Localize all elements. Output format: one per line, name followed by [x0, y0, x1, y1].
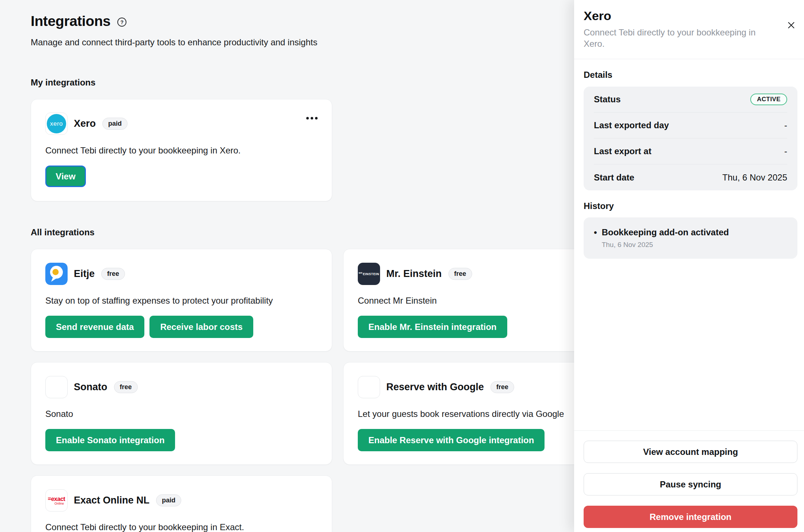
card-description: Sonato [45, 409, 318, 419]
help-icon[interactable]: ? [117, 18, 126, 27]
detail-row-status: Status ACTIVE [594, 87, 787, 113]
pause-syncing-button[interactable]: Pause syncing [584, 473, 797, 495]
xero-logo: xero [47, 114, 66, 133]
history-item: • Bookkeeping add-on activated Thu, 6 No… [594, 227, 787, 249]
reserve-with-google-app-icon [358, 376, 380, 398]
panel-header: Xero Connect Tebi directly to your bookk… [574, 0, 804, 59]
mr-einstein-app-icon: MREINSTEIN [358, 263, 380, 285]
integration-card-xero: xero Xero paid Connect Tebi directly to … [31, 99, 332, 201]
pricing-badge: paid [156, 494, 181, 506]
card-name: Xero [74, 118, 96, 129]
card-description: Connect Tebi directly to your bookkeepin… [45, 145, 318, 156]
einstein-logo-text: EINSTEIN [363, 272, 379, 276]
page-header: Integrations ? [31, 13, 652, 29]
all-integrations-heading: All integrations [31, 227, 652, 238]
xero-app-icon: xero [45, 113, 68, 135]
card-actions: View [45, 166, 318, 187]
remove-integration-button[interactable]: Remove integration [584, 506, 797, 528]
card-description: Connect Tebi directly to your bookkeepin… [45, 522, 318, 532]
enable-reserve-with-google-button[interactable]: Enable Reserve with Google integration [358, 429, 545, 451]
pricing-badge: free [448, 268, 472, 280]
pricing-badge: paid [102, 118, 128, 130]
details-box: Status ACTIVE Last exported day - Last e… [584, 87, 797, 190]
card-name: Exact Online NL [74, 495, 149, 506]
xero-detail-panel: Xero Connect Tebi directly to your bookk… [574, 0, 804, 532]
integration-card-exact-online-nl: =exact Online Exact Online NL paid Conne… [31, 475, 332, 532]
panel-subtitle: Connect Tebi directly to your bookkeepin… [584, 27, 770, 49]
pricing-badge: free [490, 381, 514, 393]
ellipsis-menu-icon[interactable] [306, 117, 318, 119]
eitje-app-icon [45, 263, 68, 285]
history-item-title: Bookkeeping add-on activated [602, 227, 729, 238]
detail-value: - [784, 146, 787, 156]
history-box: • Bookkeeping add-on activated Thu, 6 No… [584, 217, 797, 259]
close-icon[interactable] [786, 20, 797, 31]
card-name: Sonato [74, 381, 107, 393]
detail-row-start-date: Start date Thu, 6 Nov 2025 [594, 164, 787, 190]
pricing-badge: free [114, 381, 138, 393]
detail-label: Last export at [594, 146, 651, 156]
eitje-logo-icon [45, 263, 68, 285]
card-actions: Send revenue data Receive labor costs [45, 316, 318, 338]
pricing-badge: free [101, 268, 125, 280]
send-revenue-data-button[interactable]: Send revenue data [45, 316, 144, 338]
panel-title: Xero [584, 9, 778, 23]
history-item-date: Thu, 6 Nov 2025 [602, 241, 729, 249]
card-header: Eitje free [45, 263, 318, 285]
exact-logo-subtext: Online [54, 502, 64, 505]
status-badge: ACTIVE [750, 94, 787, 105]
detail-label: Last exported day [594, 120, 669, 130]
sonato-app-icon [45, 376, 68, 398]
card-header: xero Xero paid [45, 113, 318, 135]
card-name: Reserve with Google [386, 381, 484, 393]
detail-label: Status [594, 94, 621, 104]
card-name: Eitje [74, 268, 95, 280]
einstein-logo-prefix: MR [359, 272, 363, 274]
detail-row-last-exported-day: Last exported day - [594, 113, 787, 138]
integrations-page: Integrations ? Manage and connect third-… [0, 0, 804, 532]
exact-online-app-icon: =exact Online [45, 489, 68, 512]
integrations-grid: Eitje free Stay on top of staffing expen… [31, 249, 645, 532]
card-description: Stay on top of staffing expenses to prot… [45, 296, 318, 306]
details-heading: Details [584, 70, 797, 80]
detail-value: - [784, 120, 787, 130]
card-name: Mr. Einstein [386, 268, 442, 280]
panel-body: Details Status ACTIVE Last exported day … [574, 70, 804, 259]
detail-value: Thu, 6 Nov 2025 [723, 172, 787, 183]
main-content: Integrations ? Manage and connect third-… [31, 0, 652, 532]
receive-labor-costs-button[interactable]: Receive labor costs [149, 316, 253, 338]
detail-label: Start date [594, 172, 634, 183]
card-header: =exact Online Exact Online NL paid [45, 489, 318, 512]
view-account-mapping-button[interactable]: View account mapping [584, 441, 797, 463]
card-actions: Enable Sonato integration [45, 429, 318, 451]
bullet-icon: • [594, 227, 597, 249]
detail-row-last-export-at: Last export at - [594, 138, 787, 164]
view-button[interactable]: View [45, 166, 86, 187]
panel-footer: View account mapping Pause syncing Remov… [574, 430, 804, 532]
integration-card-sonato: Sonato free Sonato Enable Sonato integra… [31, 362, 332, 465]
integration-card-eitje: Eitje free Stay on top of staffing expen… [31, 249, 332, 352]
history-heading: History [584, 201, 797, 211]
card-header: Sonato free [45, 376, 318, 398]
page-title: Integrations [31, 13, 110, 29]
page-subtitle: Manage and connect third-party tools to … [31, 37, 652, 48]
my-integrations-heading: My integrations [31, 77, 652, 88]
enable-mr-einstein-button[interactable]: Enable Mr. Einstein integration [358, 316, 507, 338]
enable-sonato-button[interactable]: Enable Sonato integration [45, 429, 175, 451]
